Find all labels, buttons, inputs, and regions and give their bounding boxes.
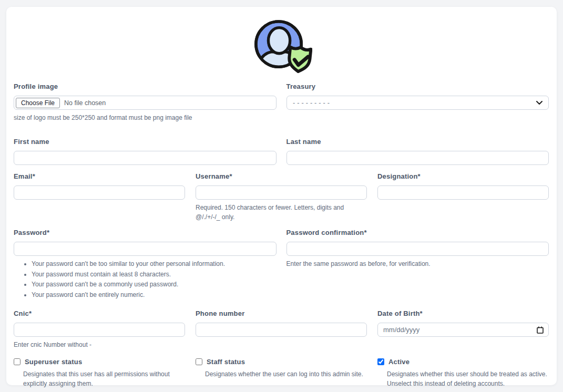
logo-container [14, 17, 549, 77]
profile-image-help: size of logo must be 250*250 and format … [14, 114, 277, 122]
password-rule: Your password must contain at least 8 ch… [32, 271, 277, 279]
superuser-status-help: Designates that this user has all permis… [23, 369, 185, 388]
password-confirmation-label: Password confirmation* [286, 229, 549, 236]
password-label: Password* [14, 229, 277, 236]
password-rule: Your password can't be too similar to yo… [32, 260, 277, 269]
superuser-status-checkbox[interactable] [14, 358, 21, 365]
cnic-field: Cnic* Enter cnic Number without - [14, 310, 185, 349]
form-row-5: Cnic* Enter cnic Number without - Phone … [14, 310, 549, 349]
treasury-label: Treasury [286, 82, 549, 90]
staff-status-checkbox[interactable] [196, 358, 202, 365]
cnic-label: Cnic* [14, 310, 185, 317]
user-profile-shield-logo-icon [250, 17, 312, 75]
active-status-field: Active Designates whether this user shou… [377, 358, 549, 388]
form-row-2: First name Last name [14, 138, 549, 165]
username-label: Username* [196, 172, 367, 180]
superuser-status-field: Superuser status Designates that this us… [14, 358, 185, 388]
superuser-status-label[interactable]: Superuser status [25, 358, 82, 366]
treasury-select[interactable]: --------- [286, 96, 549, 110]
treasury-field: Treasury --------- [286, 82, 549, 122]
username-help: Required. 150 characters or fewer. Lette… [196, 203, 367, 222]
active-help: Designates whether this user should be t… [387, 369, 549, 388]
email-field: Email* [14, 172, 185, 222]
form-row-4: Password* Your password can't be too sim… [14, 229, 549, 301]
username-field: Username* Required. 150 characters or fe… [196, 172, 367, 222]
last-name-input[interactable] [286, 151, 549, 165]
date-of-birth-input[interactable] [377, 323, 549, 337]
active-label[interactable]: Active [388, 358, 410, 366]
choose-file-button[interactable]: Choose File [16, 98, 60, 108]
last-name-label: Last name [286, 138, 549, 146]
password-confirmation-input[interactable] [286, 242, 549, 256]
password-confirmation-field: Password confirmation* Enter the same pa… [286, 229, 549, 301]
file-chosen-status: No file chosen [64, 99, 106, 107]
phone-number-input[interactable] [196, 323, 367, 337]
form-row-6: Superuser status Designates that this us… [14, 358, 549, 388]
first-name-input[interactable] [14, 151, 277, 165]
profile-image-file-input[interactable]: Choose File No file chosen [14, 96, 277, 110]
form-row-1: Profile image Choose File No file chosen… [14, 82, 549, 122]
first-name-field: First name [14, 138, 277, 165]
date-of-birth-label: Date of Birth* [377, 310, 549, 317]
date-of-birth-field: Date of Birth* [377, 310, 549, 349]
cnic-help: Enter cnic Number without - [14, 341, 185, 349]
password-rule: Your password can't be a commonly used p… [32, 281, 277, 289]
password-rule: Your password can't be entirely numeric. [32, 291, 277, 300]
active-checkbox[interactable] [377, 358, 384, 365]
designation-field: Designation* [377, 172, 549, 222]
phone-number-field: Phone number [196, 310, 367, 349]
user-form-card: Profile image Choose File No file chosen… [6, 7, 557, 385]
email-input[interactable] [14, 185, 185, 200]
phone-number-label: Phone number [196, 310, 367, 317]
profile-image-label: Profile image [14, 82, 277, 90]
form-row-3: Email* Username* Required. 150 character… [14, 172, 549, 222]
first-name-label: First name [14, 138, 277, 146]
password-input[interactable] [14, 242, 277, 256]
password-confirmation-help: Enter the same password as before, for v… [286, 260, 549, 269]
designation-input[interactable] [377, 185, 549, 200]
designation-label: Designation* [377, 172, 549, 180]
username-input[interactable] [196, 185, 367, 200]
staff-status-label[interactable]: Staff status [207, 358, 245, 366]
last-name-field: Last name [286, 138, 549, 165]
email-label: Email* [14, 172, 185, 180]
staff-status-help: Designates whether the user can log into… [205, 369, 367, 379]
staff-status-field: Staff status Designates whether the user… [196, 358, 367, 388]
password-rules-list: Your password can't be too similar to yo… [32, 260, 277, 299]
password-field: Password* Your password can't be too sim… [14, 229, 277, 301]
profile-image-field: Profile image Choose File No file chosen… [14, 82, 277, 122]
cnic-input[interactable] [14, 323, 185, 337]
